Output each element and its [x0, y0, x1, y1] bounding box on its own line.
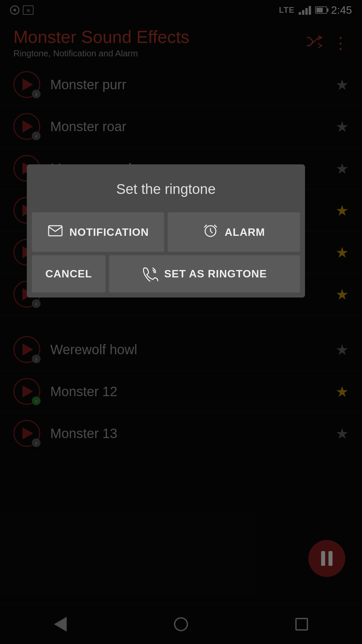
- envelope-icon: [47, 222, 63, 242]
- cancel-button[interactable]: CANCEL: [32, 255, 106, 292]
- set-ringtone-button[interactable]: SET AS RINGTONE: [109, 255, 300, 292]
- phone-ring-icon: [142, 265, 158, 282]
- dialog-row1: NOTIFICATION ALARM: [32, 212, 300, 252]
- notification-button[interactable]: NOTIFICATION: [32, 212, 164, 252]
- ringtone-dialog: Set the ringtone NOTIFICATION: [27, 164, 305, 298]
- ringtone-label: SET AS RINGTONE: [164, 268, 267, 280]
- notification-label: NOTIFICATION: [69, 226, 149, 238]
- dialog-row2: CANCEL SET AS RINGTONE: [32, 255, 300, 292]
- alarm-button[interactable]: ALARM: [168, 212, 300, 252]
- alarm-icon: [202, 222, 219, 242]
- svg-rect-0: [49, 226, 62, 236]
- alarm-label: ALARM: [225, 226, 265, 238]
- dialog-title: Set the ringtone: [27, 164, 305, 212]
- cancel-label: CANCEL: [45, 268, 92, 280]
- dialog-overlay: [0, 0, 362, 644]
